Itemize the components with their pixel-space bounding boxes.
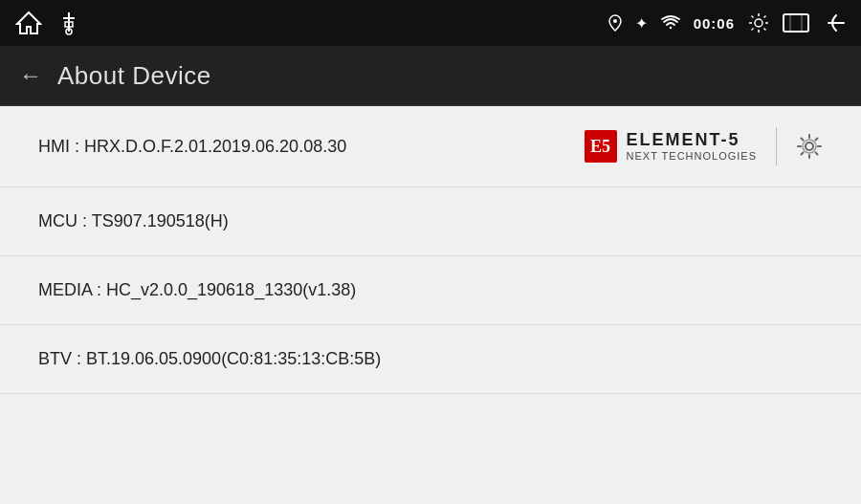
mcu-text: MCU : TS907.190518(H) xyxy=(38,211,229,231)
svg-line-14 xyxy=(752,29,754,31)
signal-icon xyxy=(661,14,680,32)
bluetooth-icon: ✦ xyxy=(635,14,648,33)
brand-name: ELEMENT-5 NEXT TECHNOLOGIES xyxy=(627,130,757,164)
screen-icon xyxy=(783,13,809,33)
gear-settings-icon[interactable] xyxy=(796,133,823,160)
mcu-row: MCU : TS907.190518(H) xyxy=(0,187,861,256)
svg-line-12 xyxy=(764,29,766,31)
btv-row: BTV : BT.19.06.05.0900(C0:81:35:13:CB:5B… xyxy=(0,325,861,394)
status-right-icons: ✦ 00:06 xyxy=(608,12,846,33)
brand-main-text: ELEMENT-5 xyxy=(627,130,757,151)
status-left-icons xyxy=(15,11,78,35)
brightness-icon xyxy=(748,12,769,33)
hmi-row: HMI : HRX.D.O.F.2.01.2019.06.20.08.30 E5… xyxy=(0,106,861,187)
svg-point-6 xyxy=(755,19,762,27)
svg-point-17 xyxy=(806,142,813,150)
e5-badge: E5 xyxy=(585,130,617,163)
content-area: HMI : HRX.D.O.F.2.01.2019.06.20.08.30 E5… xyxy=(0,106,861,504)
time-display: 00:06 xyxy=(694,15,735,32)
logo-divider xyxy=(776,127,777,165)
hmi-text: HMI : HRX.D.O.F.2.01.2019.06.20.08.30 xyxy=(38,137,346,157)
page-title: About Device xyxy=(57,61,211,91)
svg-line-13 xyxy=(764,16,766,18)
brand-logo: E5 ELEMENT-5 NEXT TECHNOLOGIES xyxy=(585,127,823,165)
media-row: MEDIA : HC_v2.0.0_190618_1330(v1.38) xyxy=(0,256,861,325)
brand-sub-text: NEXT TECHNOLOGIES xyxy=(627,150,757,163)
status-bar: ✦ 00:06 xyxy=(0,0,861,46)
svg-marker-0 xyxy=(17,12,40,33)
btv-text: BTV : BT.19.06.05.0900(C0:81:35:13:CB:5B… xyxy=(38,349,381,369)
media-text: MEDIA : HC_v2.0.0_190618_1330(v1.38) xyxy=(38,280,356,300)
location-icon xyxy=(608,14,622,32)
svg-rect-15 xyxy=(784,14,808,32)
system-back-icon[interactable] xyxy=(823,13,846,33)
back-button[interactable]: ← xyxy=(19,62,42,89)
svg-rect-16 xyxy=(790,14,802,32)
title-bar: ← About Device xyxy=(0,46,861,106)
usb-icon xyxy=(59,11,78,35)
home-icon[interactable] xyxy=(15,11,42,35)
svg-line-11 xyxy=(752,16,754,18)
svg-point-5 xyxy=(613,19,617,23)
